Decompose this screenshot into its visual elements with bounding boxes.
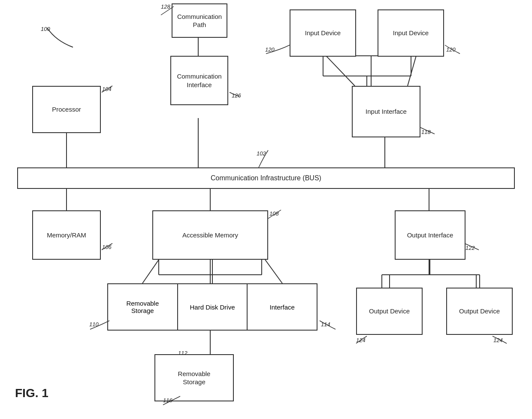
output-interface-to-devices — [356, 260, 513, 290]
bus-box: Communication Infrastructure (BUS) — [17, 167, 515, 189]
ref-120-left: 120 — [265, 46, 275, 53]
ref-108: 108 — [269, 210, 279, 217]
ref-110: 110 — [89, 321, 99, 328]
ref-100: 100 — [41, 26, 50, 32]
removable-storage-bottom-box: RemovableStorage — [154, 354, 234, 401]
ref-118: 118 — [421, 129, 431, 135]
communication-interface-box: CommunicationInterface — [170, 56, 228, 105]
removable-storage-cell: RemovableStorage — [108, 284, 178, 330]
hdd-to-removable-lines — [178, 331, 242, 354]
memory-ram-box: Memory/RAM — [32, 210, 101, 260]
svg-line-29 — [265, 260, 282, 283]
input-device-left-box: Input Device — [290, 9, 356, 57]
ref-122: 122 — [466, 245, 475, 251]
ref-126: 126 — [232, 92, 241, 99]
output-device-right-box: Output Device — [446, 288, 513, 335]
ref-104: 104 — [102, 86, 112, 92]
svg-line-27 — [142, 260, 159, 283]
svg-line-8 — [408, 56, 416, 86]
ref-102: 102 — [257, 150, 266, 157]
processor-box: Processor — [32, 86, 101, 133]
accessible-to-storage-lines — [107, 260, 317, 285]
ref-124-right: 124 — [493, 337, 503, 343]
ref-124-left: 124 — [356, 337, 366, 343]
output-interface-box: Output Interface — [395, 210, 466, 260]
ref-120-right: 120 — [446, 46, 456, 53]
hard-disk-drive-cell: Hard Disk Drive — [178, 284, 248, 330]
output-device-left-box: Output Device — [356, 288, 423, 335]
ref-128: 128 — [161, 3, 170, 10]
diagram: 100 Communication Path 128 Communication… — [0, 0, 532, 419]
connection-lines — [0, 0, 532, 419]
svg-line-7 — [326, 56, 355, 86]
ref-106: 106 — [102, 244, 112, 250]
accessible-memory-box: Accessible Memory — [152, 210, 268, 260]
fig-label: FIG. 1 — [15, 386, 48, 400]
ref-116: 116 — [163, 397, 172, 404]
storage-group: RemovableStorage Hard Disk Drive Interfa… — [107, 283, 317, 331]
input-interface-box: Input Interface — [352, 86, 420, 137]
ref-114: 114 — [321, 321, 330, 328]
interface-cell: Interface — [248, 284, 317, 330]
communication-path-box: Communication Path — [172, 3, 227, 38]
input-device-right-box: Input Device — [378, 9, 444, 57]
